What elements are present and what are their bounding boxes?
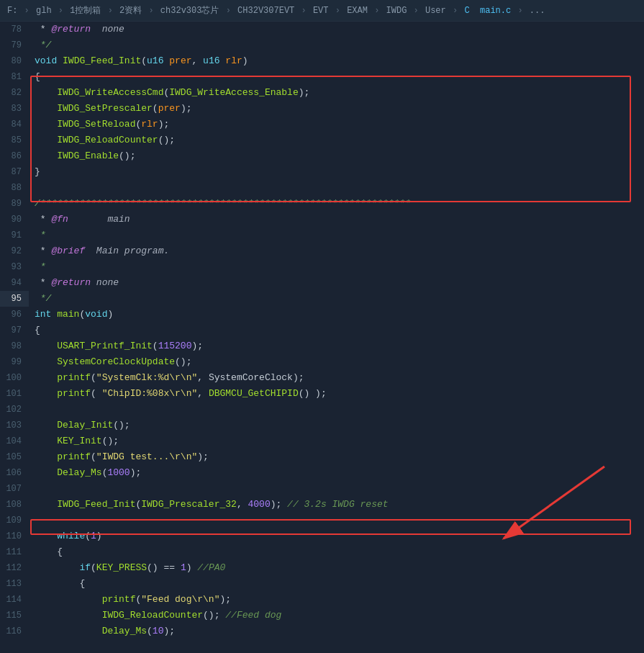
line-content [29, 402, 644, 418]
line-content: SystemCoreClockUpdate(); [29, 354, 644, 370]
line-content [29, 481, 644, 497]
line-number: 81 [0, 69, 29, 85]
line-number: 83 [0, 101, 29, 117]
line-number: 110 [0, 528, 29, 544]
code-line: 114 printf("Feed dog\r\n"); [0, 592, 644, 608]
line-content: IWDG_SetPrescaler(prer); [29, 101, 644, 117]
line-content: USART_Printf_Init(115200); [29, 338, 644, 354]
code-line: 91 * [0, 228, 644, 243]
line-content: printf("Feed dog\r\n"); [29, 592, 644, 608]
code-line: 109 [0, 513, 644, 528]
line-number: 90 [0, 212, 29, 228]
code-line: 94 * @return none [0, 275, 644, 291]
breadcrumb-exam: EXAM [347, 6, 368, 16]
code-line: 110 while(1) [0, 528, 644, 544]
line-content: IWDG_WriteAccessCmd(IWDG_WriteAccess_Ena… [29, 85, 644, 101]
code-line: 97{ [0, 323, 644, 338]
code-line: 88 [0, 180, 644, 196]
code-line: 112 if(KEY_PRESS() == 1) //PA0 [0, 560, 644, 576]
code-line: 84 IWDG_SetReload(rlr); [0, 117, 644, 132]
line-number: 89 [0, 196, 29, 212]
line-content: Delay_Init(); [29, 418, 644, 433]
line-content: } [29, 164, 644, 180]
code-line: 100 printf("SystemClk:%d\r\n", SystemCor… [0, 370, 644, 386]
line-content: * [29, 228, 644, 243]
code-area: 78 * @return none79 */80void IWDG_Feed_I… [0, 22, 644, 639]
line-content: * @return none [29, 275, 644, 291]
code-line: 99 SystemCoreClockUpdate(); [0, 354, 644, 370]
code-line: 78 * @return none [0, 22, 644, 37]
code-line: 89/*************************************… [0, 196, 644, 212]
code-line: 83 IWDG_SetPrescaler(prer); [0, 101, 644, 117]
line-content: while(1) [29, 528, 644, 544]
line-number: 109 [0, 513, 29, 528]
line-content: * @fn main [29, 212, 644, 228]
code-line: 95 */ [0, 291, 644, 307]
breadcrumb-chip: ch32v303芯片 [160, 6, 219, 16]
line-content: * [29, 259, 644, 275]
line-content [29, 513, 644, 528]
line-number: 84 [0, 117, 29, 132]
code-line: 93 * [0, 259, 644, 275]
line-content: KEY_Init(); [29, 433, 644, 449]
breadcrumb-file: C main.c [464, 6, 511, 16]
line-content: */ [29, 37, 644, 53]
line-number: 87 [0, 164, 29, 180]
code-line: 81{ [0, 69, 644, 85]
line-content: { [29, 576, 644, 592]
code-line: 101 printf( "ChipID:%08x\r\n", DBGMCU_Ge… [0, 386, 644, 402]
breadcrumb-bar: F: › glh › 1控制箱 › 2资料 › ch32v303芯片 › CH3… [0, 0, 644, 22]
code-line: 82 IWDG_WriteAccessCmd(IWDG_WriteAccess_… [0, 85, 644, 101]
breadcrumb-evt2: EVT [313, 6, 329, 16]
line-content: Delay_Ms(1000); [29, 465, 644, 481]
breadcrumb-more: ... [530, 6, 545, 16]
code-line: 87} [0, 164, 644, 180]
line-content: printf("SystemClk:%d\r\n", SystemCoreClo… [29, 370, 644, 386]
code-line: 102 [0, 402, 644, 418]
line-number: 94 [0, 275, 29, 291]
line-number: 115 [0, 608, 29, 623]
line-number: 92 [0, 243, 29, 259]
line-number: 101 [0, 386, 29, 402]
line-number: 85 [0, 132, 29, 148]
code-line: 108 IWDG_Feed_Init(IWDG_Prescaler_32, 40… [0, 497, 644, 513]
code-line: 90 * @fn main [0, 212, 644, 228]
breadcrumb-user: User [425, 6, 446, 16]
code-line: 111 { [0, 544, 644, 560]
line-number: 95 [0, 291, 29, 307]
line-content: int main(void) [29, 307, 644, 323]
code-line: 80void IWDG_Feed_Init(u16 prer, u16 rlr) [0, 53, 644, 69]
line-number: 114 [0, 592, 29, 608]
breadcrumb-1: 1控制箱 [70, 6, 101, 16]
code-line: 85 IWDG_ReloadCounter(); [0, 132, 644, 148]
code-line: 98 USART_Printf_Init(115200); [0, 338, 644, 354]
line-number: 111 [0, 544, 29, 560]
line-content: */ [29, 291, 644, 307]
line-content: { [29, 69, 644, 85]
line-number: 107 [0, 481, 29, 497]
line-number: 78 [0, 22, 29, 37]
line-content: { [29, 544, 644, 560]
line-number: 116 [0, 623, 29, 639]
line-number: 113 [0, 576, 29, 592]
line-content: /***************************************… [29, 196, 644, 212]
code-line: 92 * @brief Main program. [0, 243, 644, 259]
line-number: 79 [0, 37, 29, 53]
code-line: 107 [0, 481, 644, 497]
line-number: 100 [0, 370, 29, 386]
code-line: 116 Delay_Ms(10); [0, 623, 644, 639]
code-line: 79 */ [0, 37, 644, 53]
code-line: 103 Delay_Init(); [0, 418, 644, 433]
line-content: printf( "ChipID:%08x\r\n", DBGMCU_GetCHI… [29, 386, 644, 402]
line-number: 102 [0, 402, 29, 418]
line-number: 112 [0, 560, 29, 576]
line-number: 91 [0, 228, 29, 243]
line-content: IWDG_ReloadCounter(); //Feed dog [29, 608, 644, 623]
line-number: 96 [0, 307, 29, 323]
code-line: 106 Delay_Ms(1000); [0, 465, 644, 481]
line-content: IWDG_Enable(); [29, 148, 644, 164]
breadcrumb-2: 2资料 [119, 6, 142, 16]
line-content: IWDG_Feed_Init(IWDG_Prescaler_32, 4000);… [29, 497, 644, 513]
line-number: 99 [0, 354, 29, 370]
line-content: { [29, 323, 644, 338]
